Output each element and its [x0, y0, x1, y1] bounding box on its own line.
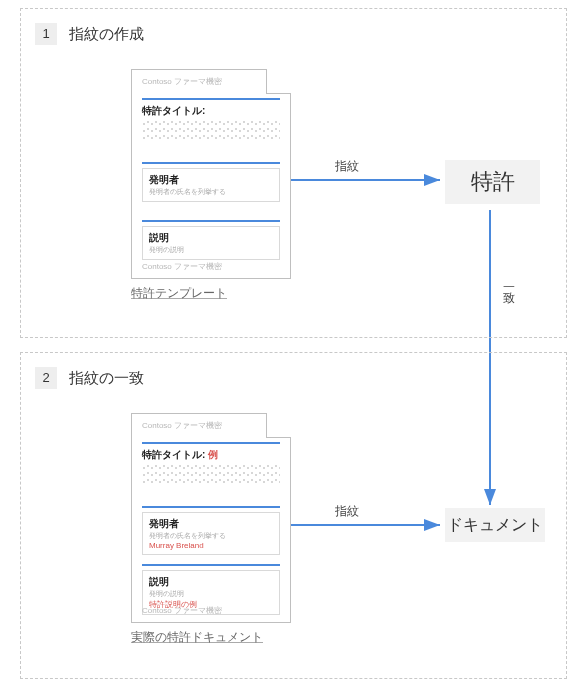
step1-number: 1 — [35, 23, 57, 45]
section-label: 説明 — [149, 575, 273, 589]
step1-caption: 特許テンプレート — [131, 285, 227, 302]
diagram-canvas: 1 指紋の作成 Contoso ファーマ機密 特許タイトル: 発明者 発明者の氏… — [0, 0, 587, 687]
doc-section-inventor: 発明者 発明者の氏名を列挙する Murray Breland — [142, 506, 280, 555]
section-sublabel: 発明者の氏名を列挙する — [149, 187, 273, 197]
arrow-label-fingerprint-1: 指紋 — [335, 158, 359, 175]
section-sublabel: 発明の説明 — [149, 589, 273, 599]
doc-section-description: 説明 発明の説明 — [142, 220, 280, 260]
doc-section-title: 特許タイトル: — [142, 98, 280, 139]
doc-footer: Contoso ファーマ機密 — [142, 605, 222, 616]
node-document: ドキュメント — [445, 508, 545, 542]
page-fold-icon — [266, 69, 291, 94]
doc-footer: Contoso ファーマ機密 — [142, 261, 222, 272]
section-value: Murray Breland — [149, 541, 273, 550]
section-label: 発明者 — [149, 517, 273, 531]
section-label-text: 特許タイトル: — [142, 449, 205, 460]
section-label: 特許タイトル: — [142, 104, 280, 118]
step1-document: Contoso ファーマ機密 特許タイトル: 発明者 発明者の氏名を列挙する 説… — [131, 69, 291, 279]
doc-section-inventor: 発明者 発明者の氏名を列挙する — [142, 162, 280, 202]
step2-caption: 実際の特許ドキュメント — [131, 629, 263, 646]
node-patent: 特許 — [445, 160, 540, 204]
doc-section-title: 特許タイトル: 例 — [142, 442, 280, 483]
step2-title: 指紋の一致 — [69, 369, 144, 388]
page-fold-icon — [266, 413, 291, 438]
section-label: 特許タイトル: 例 — [142, 448, 280, 462]
step2-number: 2 — [35, 367, 57, 389]
arrow-label-match: 一致 — [500, 280, 517, 284]
section-label: 説明 — [149, 231, 273, 245]
doc-header: Contoso ファーマ機密 — [142, 420, 222, 431]
section-label: 発明者 — [149, 173, 273, 187]
section-sublabel: 発明者の氏名を列挙する — [149, 531, 273, 541]
section-value: 例 — [208, 449, 218, 460]
section-sublabel: 発明の説明 — [149, 245, 273, 255]
arrow-label-fingerprint-2: 指紋 — [335, 503, 359, 520]
step1-title: 指紋の作成 — [69, 25, 144, 44]
doc-header: Contoso ファーマ機密 — [142, 76, 222, 87]
step2-document: Contoso ファーマ機密 特許タイトル: 例 発明者 発明者の氏名を列挙する… — [131, 413, 291, 623]
